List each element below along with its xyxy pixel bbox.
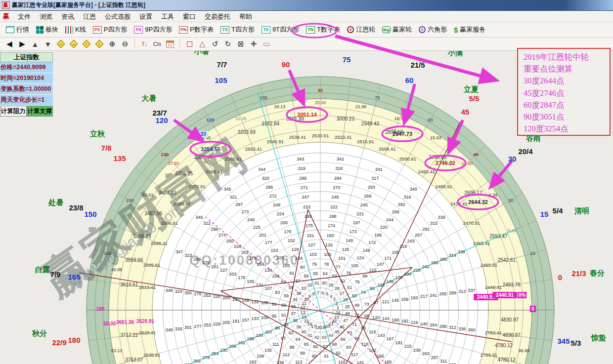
svg-text:120: 120 (155, 116, 168, 124)
svg-text:295: 295 (299, 176, 306, 181)
toolbar-button-六角形[interactable]: 六角形 (415, 24, 450, 36)
toolbar-button-P四方形[interactable]: PSP四方形 (89, 24, 131, 36)
menu-item-浏览[interactable]: 浏览 (35, 12, 57, 21)
svg-text:93: 93 (346, 345, 351, 350)
svg-text:54: 54 (323, 271, 328, 276)
svg-text:156: 156 (242, 298, 249, 303)
zoom-out-button[interactable]: ⊖ (119, 39, 131, 49)
calendar-button[interactable]: 21 (164, 39, 176, 49)
calc-resistance-button[interactable]: 计算阻力 (0, 106, 27, 117)
window-title: 赢家江恩专业版[赢家服务平台] - [上证指数 江恩轮] (12, 1, 145, 9)
pointer-down-button[interactable]: ▼ (42, 39, 54, 49)
svg-text:346: 346 (196, 215, 203, 220)
page-right-button[interactable]: ▶ (16, 39, 28, 49)
svg-text:128: 128 (291, 247, 299, 252)
svg-text:302: 302 (193, 359, 201, 364)
svg-text:67: 67 (323, 344, 328, 349)
svg-text:23/8: 23/8 (69, 203, 83, 212)
svg-text:324: 324 (175, 289, 182, 294)
box-x-button[interactable]: ⊠ (235, 39, 247, 49)
svg-text:151: 151 (307, 233, 314, 238)
svg-text:180: 180 (232, 297, 240, 302)
svg-text:249: 249 (247, 217, 255, 222)
toolbar-button-K线[interactable]: K线 (62, 24, 89, 36)
svg-text:8: 8 (312, 291, 315, 296)
svg-text:37: 37 (291, 311, 296, 316)
svg-text:30: 30 (321, 281, 326, 285)
svg-text:清明: 清明 (574, 206, 589, 215)
svg-text:170: 170 (395, 275, 403, 280)
svg-text:263: 263 (422, 351, 430, 356)
svg-text:80: 80 (300, 265, 305, 270)
svg-text:2593.47: 2593.47 (489, 234, 508, 239)
svg-text:56: 56 (304, 274, 308, 279)
move-left-button[interactable]: ← (55, 39, 67, 49)
toolbar-button-T数字表[interactable]: TNT数字表 (303, 24, 344, 36)
svg-text:201: 201 (259, 233, 266, 238)
calc-support-button[interactable]: 计算支撑 (27, 106, 53, 117)
toolbar-button-9P四方形[interactable]: P99P四方形 (131, 24, 175, 36)
svg-text:301: 301 (184, 325, 192, 330)
menu-item-文件[interactable]: 文件 (13, 12, 35, 21)
svg-text:199: 199 (304, 214, 311, 219)
svg-text:294: 294 (334, 176, 342, 181)
svg-text:225: 225 (253, 225, 261, 230)
square-tool-button[interactable] (183, 39, 195, 49)
svg-text:227: 227 (220, 268, 227, 273)
svg-text:2455.91: 2455.91 (481, 262, 497, 268)
svg-text:270: 270 (333, 185, 340, 190)
menu-item-资讯[interactable]: 资讯 (57, 12, 79, 21)
toolbar-button-9T四方形[interactable]: T99T四方形 (258, 24, 303, 36)
svg-text:178: 178 (249, 256, 257, 261)
svg-text:3203.69: 3203.69 (238, 129, 256, 135)
cls-button[interactable]: Cls (151, 39, 163, 49)
toolbar-button-行情[interactable]: 行情 (2, 24, 33, 36)
svg-text:169: 169 (401, 297, 408, 302)
行情-icon (6, 26, 14, 33)
toolbar-button-赢家服务[interactable]: $赢家服务 (450, 24, 489, 36)
svg-text:3000.23: 3000.23 (337, 116, 355, 121)
annotation-line: 30度2644点 (524, 75, 610, 87)
zoom-in-button[interactable]: ⊕ (106, 39, 118, 49)
svg-text:52: 52 (340, 279, 345, 283)
svg-text:秋分: 秋分 (32, 329, 47, 337)
screen-button[interactable]: ▭ (261, 39, 272, 49)
toolbar-button-T四方形[interactable]: TST四方形 (217, 24, 258, 36)
rotate-ccw-button[interactable]: ↺ (209, 39, 221, 49)
menu-item-帮助[interactable]: 帮助 (235, 12, 257, 21)
svg-text:32: 32 (307, 283, 312, 287)
annotation-box: 2019年江恩轮中轮重要点位测算30度2644点45度2746点60度2847点… (517, 48, 611, 136)
pointer-up-button[interactable]: ▲ (29, 39, 41, 49)
move-up-button[interactable]: ↑ (81, 39, 92, 49)
triangle-tool-button[interactable]: △ (196, 39, 208, 49)
menu-item-设置[interactable]: 设置 (135, 12, 157, 21)
toolbar-button-板块[interactable]: 板块 (33, 24, 62, 36)
toolbar-button-江恩轮[interactable]: 江恩轮 (344, 24, 379, 36)
svg-text:192: 192 (401, 319, 408, 324)
menu-item-工具[interactable]: 工具 (157, 12, 178, 21)
toolbar-button-P数字表[interactable]: PNP数字表 (175, 24, 217, 36)
svg-text:0: 0 (558, 273, 562, 282)
svg-text:245: 245 (360, 202, 368, 207)
svg-text:142: 142 (369, 348, 376, 353)
move-right-button[interactable]: → (68, 39, 80, 49)
menu-item-窗口[interactable]: 窗口 (178, 12, 200, 21)
rotate-cw-button[interactable]: ↻ (222, 39, 234, 49)
svg-text:167: 167 (387, 336, 394, 341)
menu-item-交易委托[interactable]: 交易委托 (200, 12, 235, 21)
svg-text:173: 173 (349, 229, 356, 234)
fit-button[interactable]: ✚ (248, 39, 260, 49)
svg-text:131: 131 (256, 283, 263, 287)
svg-text:181: 181 (232, 319, 240, 324)
svg-text:79: 79 (312, 262, 317, 267)
menu-item-公式选股[interactable]: 公式选股 (100, 12, 135, 21)
svg-text:69: 69 (340, 337, 345, 342)
menu-item-江恩[interactable]: 江恩 (79, 12, 100, 21)
t-updown-button[interactable]: T↓ (138, 39, 150, 49)
svg-text:230: 230 (220, 348, 227, 353)
page-left-button[interactable]: ◀ (3, 39, 15, 49)
toolbar-button-赢家轮[interactable]: Big赢家轮 (379, 24, 415, 36)
move-down-button[interactable]: ↓ (93, 39, 105, 49)
svg-text:313: 313 (458, 289, 466, 294)
svg-text:2949.43: 2949.43 (361, 121, 380, 126)
